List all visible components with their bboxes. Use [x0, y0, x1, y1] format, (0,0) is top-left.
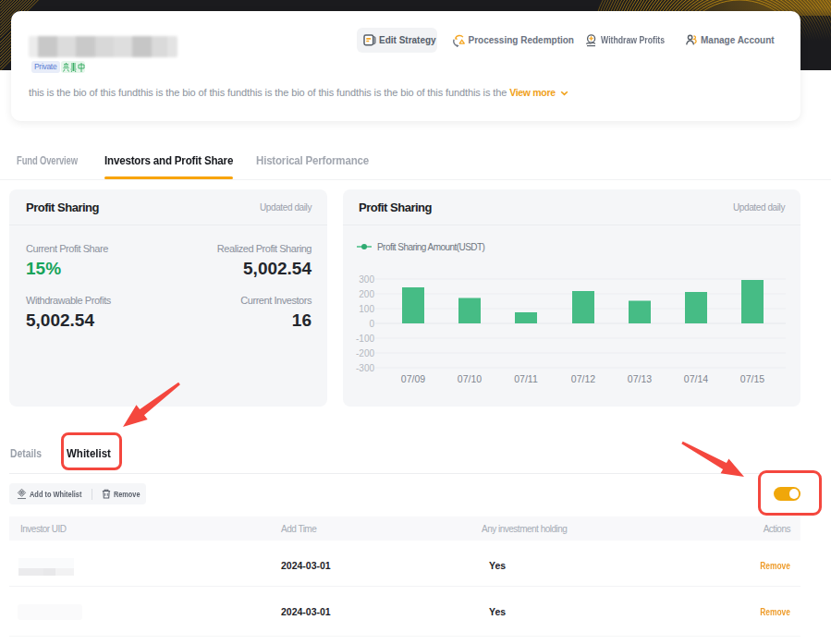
svg-text:200: 200 — [359, 289, 374, 299]
svg-text:-200: -200 — [356, 348, 374, 358]
svg-text:100: 100 — [359, 304, 374, 314]
svg-text:300: 300 — [359, 274, 374, 285]
svg-text:07/11: 07/11 — [514, 373, 538, 384]
svg-text:07/10: 07/10 — [458, 373, 482, 384]
svg-text:-300: -300 — [356, 363, 374, 373]
svg-text:07/15: 07/15 — [740, 373, 764, 384]
svg-text:0: 0 — [369, 319, 374, 329]
svg-text:-100: -100 — [356, 334, 374, 344]
svg-text:07/13: 07/13 — [628, 373, 652, 384]
svg-text:Profit Sharing Amount(USDT): Profit Sharing Amount(USDT) — [377, 241, 485, 251]
svg-text:07/12: 07/12 — [571, 373, 595, 384]
svg-text:07/09: 07/09 — [401, 373, 425, 384]
svg-text:07/14: 07/14 — [684, 373, 708, 384]
